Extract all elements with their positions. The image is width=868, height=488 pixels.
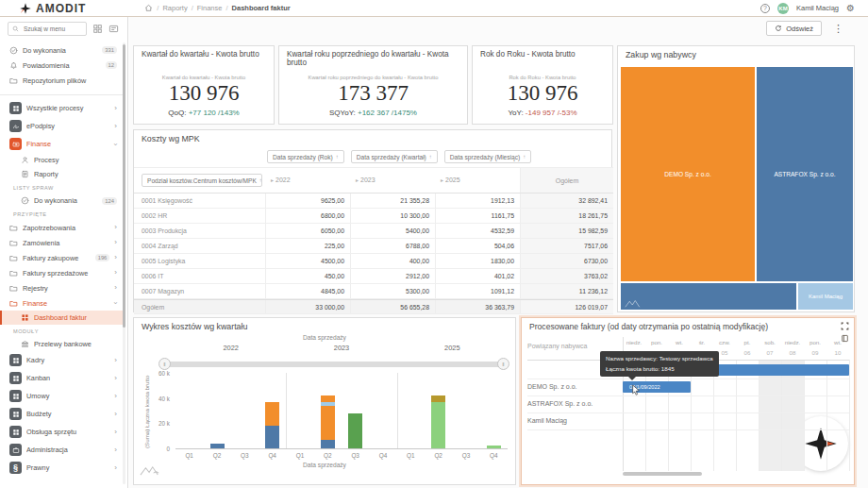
grid-icon (9, 390, 22, 402)
refresh-button[interactable]: Odśwież (766, 21, 822, 36)
bar-segment[interactable] (321, 402, 335, 406)
kpi-value: 173 377 (279, 81, 467, 106)
sidebar-item-wszystkie-procesy[interactable]: Wszystkie procesy› (0, 99, 123, 117)
sidebar-item-epodpisy[interactable]: ePodpisy› (0, 117, 123, 135)
column-header-2022[interactable]: ▸2022 (271, 177, 291, 183)
sidebar-item-finanse[interactable]: Finanse› (0, 295, 123, 311)
sidebar-scrollbar[interactable] (123, 42, 125, 484)
quarter-tick-label: Q3 (241, 452, 249, 459)
bar-segment[interactable] (321, 395, 335, 402)
sidebar-item-finanse[interactable]: Finanse› (0, 135, 123, 153)
sidebar-item-raporty[interactable]: Raporty (0, 167, 123, 181)
gantt-bar[interactable] (713, 364, 849, 376)
search-input[interactable] (22, 25, 82, 33)
grid-icon (9, 372, 22, 384)
treemap-title: Zakup wg nabywcy (626, 50, 696, 59)
quarter-tick-label: Q4 (490, 452, 498, 459)
gantt-tooltip: Nazwa sprzedawcy: Testowy sprzedawca Łąc… (600, 351, 719, 377)
gear-icon[interactable]: ⚙ (846, 4, 855, 13)
sidebar-item-prawny[interactable]: §Prawny› (0, 459, 123, 477)
bar-segment[interactable] (431, 402, 445, 448)
breadcrumb-raporty[interactable]: Raporty (162, 4, 187, 12)
chevron-right-icon: › (114, 239, 117, 246)
sidebar-item-budżety[interactable]: Budżety› (0, 405, 123, 423)
count-badge: 12 (106, 61, 117, 69)
bar-segment[interactable] (265, 402, 279, 426)
sidebar-item-zapotrzebowania[interactable]: Zapotrzebowania› (0, 220, 123, 235)
kpi-delta-label: YoY: (508, 109, 523, 117)
chevron-down-icon: › (112, 302, 120, 305)
fullscreen-icon[interactable] (841, 322, 849, 330)
sidebar-item-faktury-zakupowe[interactable]: Faktury zakupowe196› (0, 250, 123, 265)
chevron-right-icon: › (114, 105, 117, 112)
breadcrumb-finanse[interactable]: Finanse (197, 4, 223, 12)
report-icon (21, 170, 29, 178)
sidebar-item-administracja[interactable]: Administracja› (0, 441, 123, 459)
sidebar-item-procesy[interactable]: Procesy (0, 153, 123, 167)
column-header-2023[interactable]: ▸2023 (356, 177, 376, 183)
sidebar-item-umowy[interactable]: Umowy› (0, 387, 123, 405)
column-header-2025[interactable]: ▸2025 (441, 177, 460, 183)
grid-view-icon[interactable] (92, 24, 103, 34)
sidebar-item-zamówienia[interactable]: Zamówienia› (0, 235, 123, 250)
bar-segment[interactable] (431, 395, 445, 402)
treemap-block-astrafox[interactable]: ASTRAFOX Sp. z o.o. (757, 67, 853, 281)
range-slider-handle-left[interactable]: ‖ (159, 358, 171, 370)
treemap-block-kamil[interactable]: Kamil Maciąg (798, 283, 853, 310)
range-slider-handle-right[interactable]: ‖ (497, 358, 509, 370)
sidebar-item-faktury-sprzedażowe[interactable]: Faktury sprzedażowe› (0, 265, 123, 280)
sidebar-item-przelewy-bankowe[interactable]: Przelewy bankowe (0, 337, 123, 351)
sidebar-item-kadry[interactable]: Kadry› (0, 351, 123, 369)
row-separator (527, 412, 849, 413)
cursor-icon (631, 384, 641, 395)
sidebar-item-repozytorium-plików[interactable]: Repozytorium plików (0, 73, 123, 88)
bar-segment[interactable] (265, 426, 279, 448)
bar-segment[interactable] (321, 406, 335, 440)
kpi-delta-label: SQYoY: (329, 109, 356, 117)
user-name[interactable]: Kamil Maciąg (796, 4, 839, 12)
home-icon[interactable] (144, 4, 153, 12)
kpi-subtitle: Kwartał do kwartału - Kwota brutto (134, 75, 274, 80)
sidebar-item-dashboard-faktur[interactable]: Dashboard faktur (0, 311, 123, 325)
sidebar-item-kanban[interactable]: Kanban› (0, 369, 123, 387)
treemap-block-blank[interactable] (621, 283, 796, 310)
menu-search[interactable] (8, 22, 87, 36)
treemap-block-demo[interactable]: DEMO Sp. z o.o. (621, 67, 755, 281)
sidebar-item-powiadomienia[interactable]: Powiadomienia12 (0, 58, 123, 73)
gantt-horizontal-scrollbar[interactable] (623, 472, 702, 476)
help-icon[interactable]: ? (760, 4, 770, 13)
sidebar-divider (0, 88, 123, 95)
bar-segment[interactable] (487, 446, 501, 448)
bell-icon (9, 61, 18, 70)
kpi-value: 130 976 (473, 81, 612, 106)
sidebar-scrollbar-thumb[interactable] (123, 44, 125, 328)
top-axis-label: Data sprzedaży (134, 334, 515, 341)
quarter-tick-label: Q3 (462, 452, 471, 459)
amodit-dashboard: AMODIT / Raporty / Finanse / Dashboard f… (0, 0, 868, 488)
chevron-right-icon: › (114, 284, 117, 292)
sidebar-item-rejestry[interactable]: Rejestry› (0, 280, 123, 295)
group-separator (397, 373, 398, 448)
avatar[interactable]: KM (777, 3, 789, 14)
bar-segment[interactable] (321, 440, 335, 448)
amodit-logo[interactable]: AMODIT (19, 2, 86, 15)
more-options-icon[interactable]: ⋮ (833, 24, 843, 34)
filter-chip-miesiac[interactable]: Data sprzedaży (Miesiąc)↑ (444, 150, 531, 163)
sidebar-item-do-wykonania[interactable]: Do wykonania124 (0, 194, 123, 208)
range-slider-track[interactable] (164, 362, 504, 367)
sidebar-item-obsługa-sprzętu[interactable]: Obsługa sprzętu› (0, 423, 123, 441)
chevron-right-icon: › (114, 464, 117, 472)
list-view-icon[interactable] (108, 24, 119, 34)
filter-chip-kwartal[interactable]: Data sprzedaży (Kwartał)↑ (351, 150, 438, 163)
kpi-delta-label: QoQ: (168, 109, 186, 117)
filter-chip-rok[interactable]: Data sprzedaży (Rok)↑ (267, 150, 344, 163)
day-date-label: 08 (781, 349, 804, 356)
sidebar-item-do-wykonania[interactable]: Do wykonania331 (0, 42, 123, 58)
bar-segment[interactable] (210, 444, 225, 448)
count-badge: 124 (102, 197, 117, 205)
day-date-label: 10 (826, 349, 849, 356)
kpi-delta-value: +77 120 /143% (189, 109, 240, 117)
row-dimension-chip[interactable]: Podział kosztów.Centrum kosztów/MPK↑ (142, 174, 262, 187)
year-label: 2023 (334, 344, 349, 352)
bar-segment[interactable] (348, 413, 362, 448)
